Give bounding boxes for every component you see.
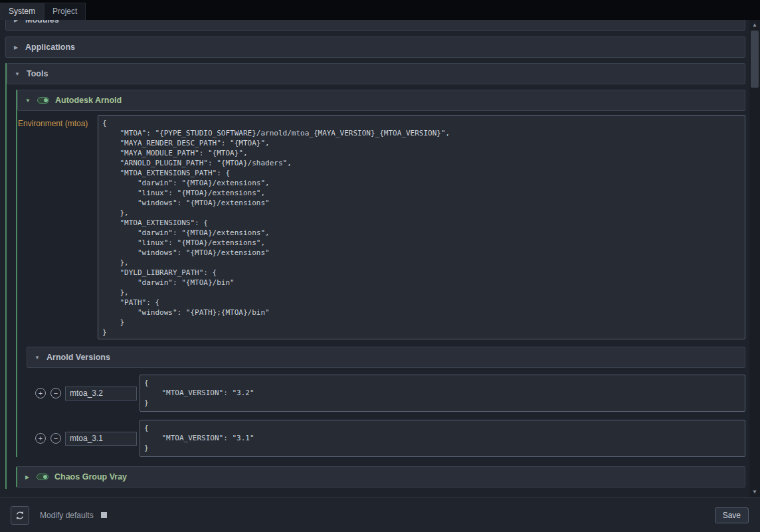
remove-version-button[interactable]: − xyxy=(50,433,61,444)
version-key-input[interactable] xyxy=(65,387,137,400)
footer-bar: Modify defaults Save xyxy=(0,497,760,532)
settings-window: System Project ▶ Modules ▶ Applications … xyxy=(0,0,760,532)
vray-enabled-toggle[interactable] xyxy=(37,474,48,480)
group-title-autodesk-arnold: Autodesk Arnold xyxy=(55,96,122,105)
tab-bar: System Project xyxy=(0,0,760,20)
section-tools: ▼ Tools ▼ Autodesk Arnold Environment (m… xyxy=(5,63,745,489)
settings-scroll-area: ▶ Modules ▶ Applications ▼ Tools ▼ xyxy=(0,20,760,497)
scrollbar-thumb[interactable] xyxy=(751,31,759,88)
section-header-tools[interactable]: ▼ Tools xyxy=(7,63,745,84)
group-header-autodesk-arnold[interactable]: ▼ Autodesk Arnold xyxy=(17,90,745,111)
version-row: + − { "MTOA_VERSION": "3.1" } xyxy=(27,420,745,457)
version-json-editor[interactable]: { "MTOA_VERSION": "3.2" } xyxy=(140,375,745,412)
group-autodesk-arnold: ▼ Autodesk Arnold Environment (mtoa) { "… xyxy=(16,90,745,457)
chevron-right-icon: ▶ xyxy=(24,474,31,480)
add-version-button[interactable]: + xyxy=(35,433,46,444)
section-label-modules: Modules xyxy=(25,20,59,25)
scroll-up-button[interactable]: ▲ xyxy=(749,20,760,31)
group-header-chaos-group-vray[interactable]: ▶ Chaos Group Vray xyxy=(16,466,745,488)
environment-json-editor[interactable]: { "MTOA": "{PYPE_STUDIO_SOFTWARE}/arnold… xyxy=(98,115,745,339)
tab-project[interactable]: Project xyxy=(44,3,86,20)
tab-system[interactable]: System xyxy=(0,3,44,20)
group-body-autodesk-arnold: Environment (mtoa) { "MTOA": "{PYPE_STUD… xyxy=(17,111,745,457)
chevron-down-icon: ▼ xyxy=(34,355,41,361)
save-button[interactable]: Save xyxy=(715,507,749,523)
section-header-modules[interactable]: ▶ Modules xyxy=(5,20,745,31)
version-json-editor[interactable]: { "MTOA_VERSION": "3.1" } xyxy=(140,420,745,457)
scroll-down-button[interactable]: ▼ xyxy=(749,487,760,497)
section-tools-body: ▼ Autodesk Arnold Environment (mtoa) { "… xyxy=(7,84,745,489)
vertical-scrollbar: ▲ ▼ xyxy=(749,20,760,497)
section-header-applications[interactable]: ▶ Applications xyxy=(5,37,745,58)
chevron-down-icon: ▼ xyxy=(14,71,21,77)
modify-defaults-label: Modify defaults xyxy=(40,511,94,520)
section-header-arnold-versions[interactable]: ▼ Arnold Versions xyxy=(27,347,745,368)
arnold-versions-section: ▼ Arnold Versions + − { "MTOA_VERSION": … xyxy=(27,347,745,457)
version-key-input[interactable] xyxy=(65,432,137,446)
environment-label: Environment (mtoa) xyxy=(17,115,98,128)
environment-row: Environment (mtoa) { "MTOA": "{PYPE_STUD… xyxy=(17,115,745,339)
section-label-applications: Applications xyxy=(25,43,75,52)
arnold-enabled-toggle[interactable] xyxy=(37,97,49,104)
version-row: + − { "MTOA_VERSION": "3.2" } xyxy=(27,375,745,412)
section-label-arnold-versions: Arnold Versions xyxy=(47,353,110,362)
chevron-down-icon: ▼ xyxy=(25,98,31,104)
section-label-tools: Tools xyxy=(27,69,48,78)
refresh-icon xyxy=(15,510,25,521)
modify-defaults-checkbox[interactable] xyxy=(101,512,107,518)
remove-version-button[interactable]: − xyxy=(50,388,61,399)
chevron-right-icon: ▶ xyxy=(13,44,19,50)
refresh-button[interactable] xyxy=(11,506,29,525)
chevron-right-icon: ▶ xyxy=(13,20,19,23)
group-title-chaos-group-vray: Chaos Group Vray xyxy=(54,472,127,482)
settings-content: ▶ Modules ▶ Applications ▼ Tools ▼ xyxy=(5,20,745,489)
add-version-button[interactable]: + xyxy=(35,388,46,399)
